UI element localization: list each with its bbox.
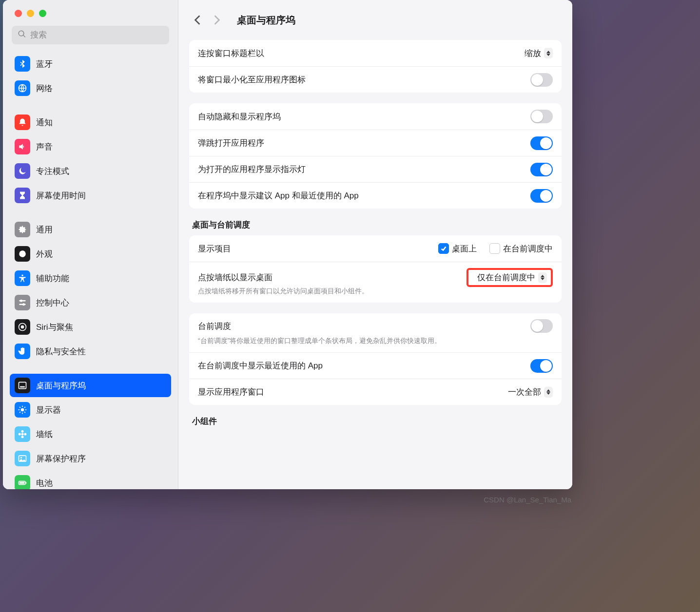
show-recents-dock-switch[interactable] [530,189,553,203]
sidebar-item[interactable]: 通知 [10,111,171,134]
hourglass-icon [15,188,30,203]
row-label: 点按墙纸以显示桌面 [198,272,461,283]
svg-point-11 [21,408,24,412]
row-subtext: “台前调度”将你最近使用的窗口整理成单个条状布局，避免杂乱并供你快速取用。 [189,337,562,352]
settings-window: 蓝牙网络通知声音专注模式屏幕使用时间通用外观辅助功能控制中心Siri与聚焦隐私与… [3,0,572,489]
autohide-dock-switch[interactable] [530,110,553,123]
content-pane: 桌面与程序坞 连按窗口标题栏以 缩放 将窗口最小化至应用程序图标 [178,0,572,489]
row-show-indicators: 为打开的应用程序显示指示灯 [189,156,562,182]
show-indicators-switch[interactable] [530,163,553,176]
row-show-items: 显示项目 桌面上 在台前调度中 [189,235,562,262]
sidebar-list: 蓝牙网络通知声音专注模式屏幕使用时间通用外观辅助功能控制中心Siri与聚焦隐私与… [3,49,178,489]
zoom-icon[interactable] [39,10,46,17]
svg-line-18 [24,407,25,408]
sidebar-item[interactable]: 电池 [10,471,171,489]
siri-icon [15,319,30,335]
moon-icon [15,163,30,179]
stage-recents-switch[interactable] [530,359,553,373]
svg-point-26 [20,457,22,459]
sidebar-item[interactable]: 隐私与安全性 [10,340,171,363]
click-wallpaper-select[interactable]: 仅在台前调度中 [477,272,547,283]
section-title-stage: 桌面与台前调度 [189,219,562,235]
sidebar-item[interactable]: 屏幕保护程序 [10,447,171,470]
sidebar-item-label: Siri与聚焦 [36,322,73,333]
checkbox-label: 在台前调度中 [503,243,553,254]
battery-icon [15,475,30,489]
back-button[interactable] [192,13,203,27]
watermark: CSDN @Lan_Se_Tian_Ma [484,496,571,504]
double-click-titlebar-select[interactable]: 缩放 [525,48,553,59]
sidebar-item[interactable]: 控制中心 [10,291,171,314]
sidebar-item-label: 显示器 [36,404,61,416]
search-icon [18,30,30,40]
sidebar-item[interactable]: 桌面与程序坞 [10,374,171,397]
sidebar-item[interactable]: 专注模式 [10,159,171,183]
sidebar-item-label: 墙纸 [36,429,53,440]
row-label: 在程序坞中显示建议 App 和最近使用的 App [198,190,525,201]
sidebar-item-label: 电池 [36,478,53,489]
minimize-to-app-icon-switch[interactable] [530,73,553,87]
globe-icon [15,80,30,96]
search-field[interactable] [12,26,169,44]
sidebar-item[interactable]: 蓝牙 [10,52,171,76]
sidebar-item[interactable]: 墙纸 [10,422,171,446]
svg-point-8 [21,325,24,329]
stage-manager-switch[interactable] [530,319,553,333]
hand-icon [15,344,30,359]
sidebar-item[interactable]: Siri与聚焦 [10,315,171,339]
svg-point-2 [21,275,23,276]
search-input[interactable] [30,30,163,40]
sidebar-item-label: 通知 [36,117,53,128]
sidebar-item[interactable]: 声音 [10,135,171,158]
row-stage-manager: 台前调度 [189,313,562,340]
window-controls [3,7,178,26]
sidebar-item[interactable]: 辅助功能 [10,267,171,290]
highlighted-select: 仅在台前调度中 [467,268,553,287]
select-value: 仅在台前调度中 [477,272,535,283]
dock-icon [15,378,30,393]
checkbox-box [438,243,449,254]
sidebar: 蓝牙网络通知声音专注模式屏幕使用时间通用外观辅助功能控制中心Siri与聚焦隐私与… [3,0,178,489]
svg-point-5 [20,300,22,302]
checkbox-label: 桌面上 [452,243,477,254]
forward-button[interactable] [212,13,222,27]
sidebar-item-label: 屏幕使用时间 [36,190,86,201]
checkbox-stage[interactable]: 在台前调度中 [489,243,553,254]
chevron-updown-icon [544,387,553,398]
sidebar-item[interactable]: 网络 [10,76,171,100]
flower-icon [15,426,30,442]
select-value: 缩放 [525,48,541,59]
svg-rect-29 [19,482,24,483]
svg-line-17 [24,412,25,413]
checkbox-desktop[interactable]: 桌面上 [438,243,477,254]
group-stage-manager: 台前调度 “台前调度”将你最近使用的窗口整理成单个条状布局，避免杂乱并供你快速取… [189,313,562,405]
page-title: 桌面与程序坞 [237,14,295,27]
show-app-windows-select[interactable]: 一次全部 [508,386,553,398]
chevron-updown-icon [538,272,547,283]
svg-point-23 [19,433,21,436]
minimize-icon[interactable] [27,10,34,17]
bounce-open-switch[interactable] [530,136,553,150]
row-subtext: 点按墙纸将移开所有窗口以允许访问桌面项目和小组件。 [189,287,562,303]
row-click-wallpaper: 点按墙纸以显示桌面 仅在台前调度中 [189,262,562,290]
row-label: 显示应用程序窗口 [198,386,502,398]
sun-icon [15,402,30,418]
row-label: 连按窗口标题栏以 [198,48,519,59]
sidebar-item-label: 控制中心 [36,297,69,308]
settings-scroll[interactable]: 连按窗口标题栏以 缩放 将窗口最小化至应用程序图标 自动隐藏和显示程序坞 [178,40,572,489]
svg-point-6 [22,303,25,306]
sidebar-item[interactable]: 外观 [10,242,171,266]
row-label: 为打开的应用程序显示指示灯 [198,164,525,175]
sidebar-item[interactable]: 屏幕使用时间 [10,184,171,207]
svg-rect-10 [20,386,25,388]
sidebar-item[interactable]: 通用 [10,218,171,241]
sidebar-item[interactable]: 显示器 [10,398,171,421]
sliders-icon [15,295,30,310]
close-icon[interactable] [15,10,22,17]
row-double-click-titlebar: 连按窗口标题栏以 缩放 [189,40,562,66]
svg-line-16 [19,407,20,408]
row-show-app-windows: 显示应用程序窗口 一次全部 [189,379,562,405]
sidebar-item-label: 网络 [36,83,53,94]
row-label: 弹跳打开应用程序 [198,137,525,149]
group-stage-display: 显示项目 桌面上 在台前调度中 点按墙纸以显示桌面 [189,235,562,303]
